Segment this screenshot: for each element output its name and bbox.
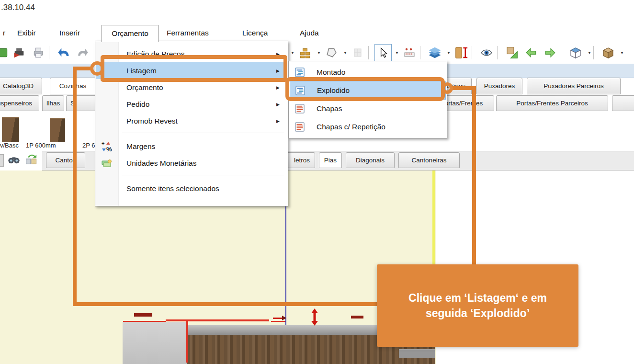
menu-item-ferramentas[interactable]: Ferramentas xyxy=(164,25,212,41)
green-cube-icon[interactable] xyxy=(0,44,11,61)
cabinet-hinge-strip xyxy=(399,349,435,358)
dropdown-caret-icon[interactable]: ▼ xyxy=(445,44,452,61)
catalog-thumbnail[interactable] xyxy=(50,118,65,142)
cube-textured-icon[interactable] xyxy=(600,44,617,61)
menu-item-or-amento[interactable]: Orçamento xyxy=(102,25,158,42)
menu-item-unidades-monet-rias[interactable]: Unidades Monetárias xyxy=(96,155,287,171)
menu-item-promob-revest[interactable]: Promob Revest▶ xyxy=(96,113,287,129)
tab-diagonais[interactable]: Diagonais xyxy=(346,152,395,168)
menu-item-pedido[interactable]: Pedido▶ xyxy=(96,96,287,113)
submenu-item-chapas[interactable]: Chapas xyxy=(290,100,446,118)
annotation-connector xyxy=(451,86,475,90)
cube-wireframe-icon[interactable] xyxy=(567,44,584,61)
submenu-item-chapas-c-repeti-o[interactable]: Chapas c/ Repetição xyxy=(290,118,446,136)
dropdown-caret-icon[interactable]: ▼ xyxy=(586,44,593,61)
nav-back-icon[interactable] xyxy=(522,44,540,61)
tab-puxadores[interactable]: Puxadores xyxy=(476,78,522,94)
tab-cantos[interactable]: Cantos xyxy=(46,152,85,168)
annotation-circle xyxy=(90,61,104,76)
red-dash-mark xyxy=(134,313,152,317)
tab-suspenseiros[interactable]: Suspenseiros xyxy=(0,95,39,111)
tab-pias[interactable]: Pias xyxy=(319,152,342,168)
measure-points-icon[interactable] xyxy=(401,44,418,61)
margins-icon: %+ xyxy=(101,140,113,153)
red-double-arrow xyxy=(309,308,320,326)
list-red-icon xyxy=(294,103,305,114)
red-tick-arrow xyxy=(273,315,286,321)
tab-catalog3d[interactable]: Catalog3D xyxy=(0,78,42,94)
tree-blue-icon xyxy=(294,67,305,78)
search-binoculars-icon[interactable] xyxy=(7,153,21,167)
menu-separator xyxy=(122,175,284,175)
menu-item-label: Promob Revest xyxy=(126,117,178,125)
door-dimension-icon[interactable] xyxy=(453,44,470,61)
undo-icon[interactable] xyxy=(55,44,72,61)
menu-item-partial: r xyxy=(0,25,8,41)
red-dimension-line-vertical xyxy=(186,320,188,363)
menu-item-margens[interactable]: %+Margens xyxy=(96,138,287,155)
tab-puxadores-parceiros[interactable]: Puxadores Parceiros xyxy=(527,78,621,94)
menu-item-label: Margens xyxy=(126,142,155,151)
tab-portas-frentes-parceiros[interactable]: Portas/Frentes Parceiros xyxy=(496,95,608,111)
toolbar-separator xyxy=(497,46,498,59)
panel-icon[interactable] xyxy=(349,44,366,61)
menu-item-label: Somente itens selecionados xyxy=(126,184,219,193)
dropdown-caret-icon[interactable]: ▼ xyxy=(289,44,296,61)
menu-item-somente-itens-selecionados[interactable]: Somente itens selecionados xyxy=(96,180,287,197)
red-dimension-line xyxy=(166,319,269,321)
polygon-icon[interactable] xyxy=(323,44,340,61)
replace-module-icon[interactable] xyxy=(24,153,38,167)
print-export-icon[interactable] xyxy=(11,44,28,61)
money-icon xyxy=(101,157,113,170)
tab-ilhas[interactable]: Ilhas xyxy=(42,95,64,111)
menu-item-label: Unidades Monetárias xyxy=(126,159,196,168)
menu-item-label: Orçamento xyxy=(126,83,163,92)
thumbnail-label: v/Basc xyxy=(0,142,19,149)
eye-icon[interactable] xyxy=(478,44,495,61)
dropdown-caret-icon[interactable]: ▼ xyxy=(394,44,400,61)
tutorial-callout: Clique em ‘Listagem‘ e em seguida ‘Explo… xyxy=(377,264,578,347)
catalog-thumbnail[interactable] xyxy=(2,117,19,142)
tutorial-callout-text: Clique em ‘Listagem‘ e em seguida ‘Explo… xyxy=(399,290,557,321)
guide-blue-line xyxy=(285,206,286,330)
submenu-arrow-icon: ▶ xyxy=(276,85,280,90)
submenu-item-label: Chapas xyxy=(317,104,342,113)
menu-item-ajuda[interactable]: Ajuda xyxy=(297,25,322,41)
annotation-connector xyxy=(472,86,476,265)
dropdown-caret-icon[interactable]: ▼ xyxy=(342,44,349,61)
toolbar-separator xyxy=(420,46,420,59)
layers-icon[interactable] xyxy=(426,44,443,61)
toolbar-separator xyxy=(593,46,594,59)
list-red-icon xyxy=(294,122,305,132)
red-dash-mark xyxy=(351,316,363,318)
bricks-icon[interactable] xyxy=(296,44,314,61)
window-title-version: .38.10.44 xyxy=(1,3,35,12)
redo-icon[interactable] xyxy=(74,44,91,61)
svg-text:+: + xyxy=(102,141,104,146)
printer-icon[interactable] xyxy=(30,44,47,61)
nav-forward-icon[interactable] xyxy=(542,44,559,61)
tab-cantoneiras[interactable]: Cantoneiras xyxy=(398,152,460,168)
module-swap-icon[interactable] xyxy=(503,44,521,61)
red-dimension-line xyxy=(271,321,285,322)
toolbar-separator xyxy=(472,46,472,59)
menu-item-label: Pedido xyxy=(126,100,149,109)
dropdown-caret-icon[interactable]: ▼ xyxy=(619,44,625,61)
menu-item-licen-a[interactable]: Licença xyxy=(239,25,271,41)
select-cursor-icon[interactable] xyxy=(374,44,392,61)
partial-tool-icon[interactable] xyxy=(0,154,4,167)
menu-separator xyxy=(122,133,284,133)
dropdown-caret-icon[interactable]: ▼ xyxy=(316,44,322,61)
menu-item-inserir[interactable]: Inserir xyxy=(57,25,83,41)
menu-item-exibir[interactable]: Exibir xyxy=(14,25,39,41)
tab-blank[interactable] xyxy=(612,95,634,111)
promob-window: .38.10.44 rExibirInserirOrçamentoFerrame… xyxy=(0,0,634,364)
submenu-item-label: Chapas c/ Repetição xyxy=(317,123,385,131)
toolbar-separator xyxy=(49,46,49,59)
submenu-item-label: Montado xyxy=(317,68,345,77)
annotation-circle xyxy=(442,82,453,94)
annotation-highlight-explodido xyxy=(285,77,445,101)
annotation-connector xyxy=(73,302,377,306)
toolbar-separator xyxy=(368,46,369,59)
submenu-arrow-icon: ▶ xyxy=(276,119,280,124)
